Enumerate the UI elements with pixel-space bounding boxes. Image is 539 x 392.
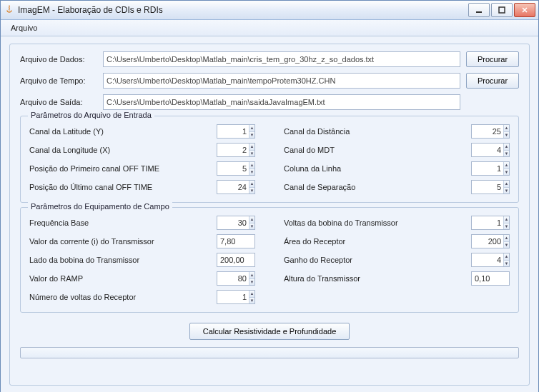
ramp-spinner[interactable]: ▲▼	[217, 271, 255, 286]
voltas-tx-spinner[interactable]: ▲▼	[471, 216, 510, 230]
dist-spinner[interactable]: ▲▼	[471, 124, 510, 139]
mdt-spinner[interactable]: ▲▼	[471, 143, 510, 157]
svg-rect-0	[476, 11, 482, 13]
window-controls	[468, 3, 535, 17]
freq-label: Frequência Base	[29, 218, 217, 227]
main-panel: Arquivo de Dados: Procurar Arquivo de Te…	[9, 44, 530, 386]
lon-label: Canal da Longitude (X)	[29, 146, 217, 154]
minimize-button[interactable]	[468, 3, 490, 17]
ganho-spinner[interactable]: ▲▼	[471, 253, 510, 267]
group-input-params: Parâmetros do Arquivo de Entrada Canal d…	[20, 116, 519, 203]
linha-spinner[interactable]: ▲▼	[471, 161, 510, 176]
spin-down-icon[interactable]: ▼	[249, 132, 254, 139]
file-time-row: Arquivo de Tempo: Procurar	[20, 73, 519, 89]
ganho-label: Ganho do Receptor	[284, 256, 471, 264]
first-off-label: Posição do Primeiro canal OFF TIME	[29, 164, 217, 173]
lado-input[interactable]	[217, 253, 255, 267]
lat-spinner[interactable]: ▲▼	[217, 124, 255, 139]
linha-label: Coluna da Linha	[284, 164, 471, 173]
ramp-label: Valor do RAMP	[29, 274, 217, 283]
calc-row: Calcular Resistividade e Profundidade	[20, 323, 519, 340]
maximize-button[interactable]	[491, 3, 513, 17]
voltas-tx-label: Voltas da bobina do Transmissor	[284, 218, 471, 227]
area-rx-spinner[interactable]: ▲▼	[471, 234, 510, 248]
java-icon	[4, 4, 15, 16]
area-rx-label: Área do Receptor	[284, 237, 471, 246]
file-out-label: Arquivo de Saída:	[20, 98, 97, 106]
altura-label: Altura do Transmissor	[284, 274, 471, 283]
lon-spinner[interactable]: ▲▼	[217, 143, 255, 157]
lat-label: Canal da Latitude (Y)	[29, 127, 217, 136]
menu-arquivo[interactable]: Arquivo	[5, 22, 43, 34]
file-time-label: Arquivo de Tempo:	[20, 76, 97, 85]
first-off-spinner[interactable]: ▲▼	[217, 161, 255, 176]
sep-spinner[interactable]: ▲▼	[471, 180, 510, 194]
last-off-spinner[interactable]: ▲▼	[217, 180, 255, 194]
progress-bar	[20, 347, 519, 358]
menubar: Arquivo	[1, 20, 538, 36]
altura-input[interactable]	[471, 271, 510, 286]
mdt-label: Canal do MDT	[284, 146, 471, 154]
last-off-label: Posição do Último canal OFF TIME	[29, 183, 217, 191]
browse-time-button[interactable]: Procurar	[466, 73, 519, 89]
corrente-label: Valor da corrente (i) do Transmissor	[29, 237, 217, 246]
file-time-input[interactable]	[103, 73, 460, 89]
window-title: ImagEM - Elaboração de CDIs e RDIs	[18, 5, 468, 15]
svg-rect-1	[499, 7, 505, 13]
lado-label: Lado da bobina do Transmissor	[29, 256, 217, 264]
calculate-button[interactable]: Calcular Resistividade e Profundidade	[189, 323, 350, 340]
freq-spinner[interactable]: ▲▼	[217, 216, 255, 230]
corrente-input[interactable]	[217, 234, 255, 248]
browse-data-button[interactable]: Procurar	[466, 51, 519, 67]
voltas-rx-spinner[interactable]: ▲▼	[217, 290, 255, 304]
titlebar: ImagEM - Elaboração de CDIs e RDIs	[1, 1, 538, 20]
group-input-title: Parâmetros do Arquivo de Entrada	[28, 111, 154, 119]
voltas-rx-label: Número de voltas do Receptor	[29, 293, 217, 301]
dist-label: Canal da Distância	[284, 127, 471, 136]
file-data-label: Arquivo de Dados:	[20, 55, 97, 64]
close-button[interactable]	[514, 3, 535, 17]
group-equipment-params: Parâmetros do Equipamento de Campo Frequ…	[20, 207, 519, 313]
file-data-row: Arquivo de Dados: Procurar	[20, 51, 519, 67]
app-window: ImagEM - Elaboração de CDIs e RDIs Arqui…	[0, 0, 539, 392]
file-out-input[interactable]	[103, 94, 460, 110]
file-data-input[interactable]	[103, 51, 460, 67]
content-area: Arquivo de Dados: Procurar Arquivo de Te…	[1, 36, 538, 392]
spin-up-icon[interactable]: ▲	[249, 125, 254, 132]
group-equipment-title: Parâmetros do Equipamento de Campo	[28, 202, 172, 211]
sep-label: Canal de Separação	[284, 183, 471, 191]
file-out-row: Arquivo de Saída:	[20, 94, 519, 110]
